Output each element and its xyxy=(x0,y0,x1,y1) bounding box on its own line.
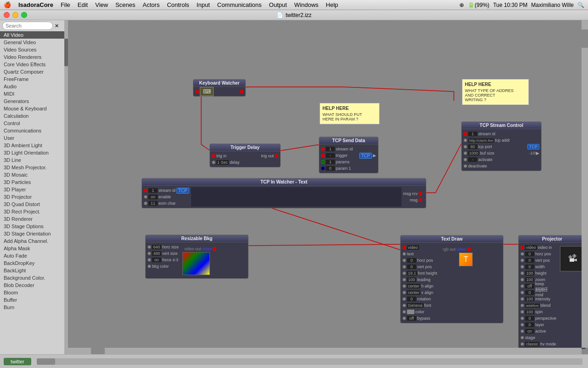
td-fontheight-port[interactable] xyxy=(402,271,406,275)
kw-port-left[interactable] xyxy=(195,90,199,93)
menu-windows[interactable]: Windows xyxy=(294,1,319,8)
ti-eom-port[interactable] xyxy=(144,201,147,205)
sidebar-item-3d-light-orient[interactable]: 3D Light Orientation xyxy=(0,149,68,156)
td-delay-port[interactable] xyxy=(212,161,215,164)
proj-blend-port[interactable] xyxy=(520,304,524,307)
proj-intensity-port[interactable] xyxy=(520,297,524,301)
sidebar-item-buffer[interactable]: Buffer xyxy=(0,296,68,304)
canvas-hscroll-thumb[interactable] xyxy=(91,348,105,354)
sidebar-item-video-sources[interactable]: Video Sources xyxy=(0,46,68,53)
sidebar-item-quartz[interactable]: Quartz Composer xyxy=(0,68,68,75)
td-rotation-port[interactable] xyxy=(402,297,406,301)
sidebar-item-all-video[interactable]: All Video xyxy=(0,31,68,39)
sidebar-item-3d-mosaic[interactable]: 3D Mosaic xyxy=(0,171,68,178)
tcp-in-node[interactable]: TCP In Watcher - Text 1 stream id TCP on xyxy=(141,178,426,208)
ti-msgrcv-port[interactable] xyxy=(418,192,422,196)
sidebar-item-audio[interactable]: Audio xyxy=(0,83,68,90)
sidebar-item-bloom[interactable]: Bloom xyxy=(0,289,68,296)
td-text-port[interactable] xyxy=(402,252,406,256)
proj-persp-port[interactable] xyxy=(520,316,524,320)
tsc-streamid-port[interactable] xyxy=(464,132,467,136)
rb-force-port[interactable] xyxy=(147,258,151,262)
text-draw-node[interactable]: Text Draw video text xyxy=(400,235,503,323)
search-icon[interactable]: 🔍 xyxy=(577,2,584,8)
sidebar-item-3d-particles[interactable]: 3D Particles xyxy=(0,178,68,186)
td-horzpos-port[interactable] xyxy=(402,259,406,262)
rb-videoout-port[interactable] xyxy=(213,247,216,251)
resizable-bkg-node[interactable]: Resizable Bkg 640 horz size 480 vert siz… xyxy=(145,235,249,279)
tcp-send-node[interactable]: TCP Send Data 1 stream id - trigger TCP … xyxy=(319,137,379,173)
menu-output[interactable]: Output xyxy=(269,1,287,8)
proj-layer-port[interactable] xyxy=(520,323,524,327)
proj-keepaspect-port[interactable] xyxy=(520,284,524,288)
proj-hvmode-port[interactable] xyxy=(520,342,524,346)
proj-zoom-port[interactable] xyxy=(520,278,524,282)
td-color-port[interactable] xyxy=(402,310,406,314)
sidebar-item-generators[interactable]: Generators xyxy=(0,98,68,105)
sidebar-item-3d-quad[interactable]: 3D Quad Distort xyxy=(0,201,68,208)
maximize-button[interactable] xyxy=(21,12,27,18)
ti-enable-port[interactable] xyxy=(144,195,147,199)
sidebar-item-core-video[interactable]: Core Video Effects xyxy=(0,61,68,68)
sidebar-item-3d-rect[interactable]: 3D Rect Project. xyxy=(0,208,68,215)
sidebar-item-control[interactable]: Control xyxy=(0,120,68,127)
ts-param1-port[interactable] xyxy=(321,167,325,170)
menu-view[interactable]: View xyxy=(95,1,108,8)
tsc-activate-port[interactable] xyxy=(464,158,467,161)
projector-node[interactable]: Projector video video in 0 horz pos xyxy=(518,235,586,349)
td-vertpos-port[interactable] xyxy=(402,265,406,269)
tsc-addr-port[interactable] xyxy=(464,138,467,142)
td-trigout-port[interactable] xyxy=(275,154,278,158)
ts-streamid-port[interactable] xyxy=(321,147,325,151)
td-leading-port[interactable] xyxy=(402,278,406,282)
sidebar-item-3d-projector[interactable]: 3D Projector xyxy=(0,193,68,201)
sidebar-item-mouse-keyboard[interactable]: Mouse & Keyboard xyxy=(0,105,68,112)
trigger-delay-node[interactable]: Trigger Delay trig in trig out 1 Sec del… xyxy=(209,144,281,167)
menu-help[interactable]: Help xyxy=(326,1,338,8)
proj-video-port[interactable] xyxy=(520,246,524,249)
sidebar-item-3d-stage-opt[interactable]: 3D Stage Options xyxy=(0,223,68,230)
sidebar-item-3d-renderer[interactable]: 3D Renderer xyxy=(0,215,68,223)
rb-horz-port[interactable] xyxy=(147,245,151,249)
sidebar-item-communications[interactable]: Communications xyxy=(0,127,68,134)
canvas-vscrollbar[interactable] xyxy=(582,20,588,348)
proj-height-port[interactable] xyxy=(520,271,524,275)
sidebar-item-video-renderers[interactable]: Video Renderers xyxy=(0,53,68,61)
scene-tab-twitter[interactable]: twitter xyxy=(4,358,31,365)
sidebar-close-icon[interactable]: ✕ xyxy=(55,23,59,29)
td-halign-port[interactable] xyxy=(402,284,406,288)
sidebar-item-3d-mesh[interactable]: 3D Mesh Projector. xyxy=(0,164,68,171)
menu-controls[interactable]: Controls xyxy=(167,1,189,8)
td-valign-port[interactable] xyxy=(402,291,406,294)
sidebar-item-burn[interactable]: Burn xyxy=(0,304,68,311)
menu-scenes[interactable]: Scenes xyxy=(115,1,135,8)
td-rgbout-port[interactable] xyxy=(467,247,471,251)
menu-file[interactable]: File xyxy=(61,1,70,8)
sidebar-search-input[interactable] xyxy=(2,22,53,30)
proj-vert-port[interactable] xyxy=(520,259,524,262)
tsc-port-port[interactable] xyxy=(464,145,467,149)
rb-bkg-port[interactable] xyxy=(147,264,151,268)
ts-params-port[interactable] xyxy=(321,160,325,164)
sidebar-item-alpha-mask[interactable]: Alpha Mask xyxy=(0,245,68,252)
canvas-hscrollbar[interactable] xyxy=(68,348,582,354)
sidebar-item-general-video[interactable]: General Video xyxy=(0,39,68,46)
td-trigin-port[interactable] xyxy=(212,154,215,158)
menu-communications[interactable]: Communications xyxy=(217,1,262,8)
td-font-port[interactable] xyxy=(402,304,406,307)
sidebar-item-backdropkey[interactable]: BackDropKey xyxy=(0,259,68,267)
close-button[interactable] xyxy=(4,12,10,18)
sidebar-item-blob-decoder[interactable]: Blob Decoder xyxy=(0,282,68,289)
tsc-bufsize-port[interactable] xyxy=(464,151,467,155)
tsc-deactivate-port[interactable] xyxy=(464,164,467,168)
menu-actors[interactable]: Actors xyxy=(143,1,160,8)
tcp-stream-node[interactable]: TCP Stream Control 1 stream id http://cl… xyxy=(461,121,542,171)
sidebar-item-user[interactable]: User xyxy=(0,134,68,142)
sidebar-item-midi[interactable]: MIDI xyxy=(0,90,68,98)
proj-horz-port[interactable] xyxy=(520,252,524,256)
menu-edit[interactable]: Edit xyxy=(78,1,88,8)
sidebar-item-freeframe[interactable]: FreeFrame xyxy=(0,75,68,83)
sidebar-item-auto-fade[interactable]: Auto Fade xyxy=(0,252,68,259)
ts-trigger-port[interactable] xyxy=(321,154,325,157)
proj-stage-port[interactable] xyxy=(520,336,524,339)
